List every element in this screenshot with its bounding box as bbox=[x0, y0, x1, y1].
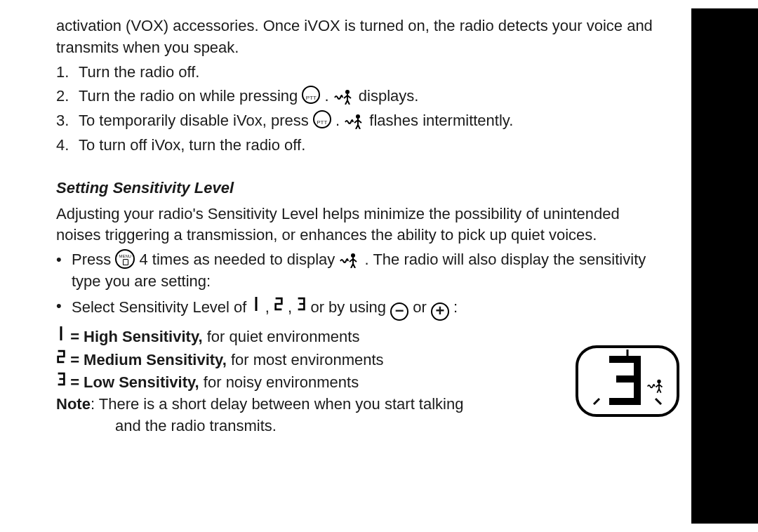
segment-2-icon bbox=[274, 295, 284, 312]
plus-icon: + bbox=[431, 302, 449, 321]
ptt-icon bbox=[302, 86, 320, 104]
step-number: 1. bbox=[56, 62, 74, 84]
text: , bbox=[265, 298, 274, 316]
section-intro: Adjusting your radio's Sensitivity Level… bbox=[56, 204, 667, 247]
minus-icon: − bbox=[390, 302, 408, 321]
step-text: Turn the radio off. bbox=[79, 62, 667, 84]
level-desc: for noisy environments bbox=[204, 373, 359, 391]
step-text: Turn the radio on while pressing . displ… bbox=[79, 86, 667, 107]
svg-point-2 bbox=[351, 253, 355, 258]
bullet-text: Select Sensitivity Level of , , or by us… bbox=[72, 295, 667, 321]
bullet-1: • Press 4 times as needed to display . T… bbox=[56, 249, 667, 293]
level-label: = Medium Sensitivity, bbox=[70, 351, 227, 368]
text: 4 times as needed to display bbox=[140, 251, 335, 268]
text: displays. bbox=[359, 87, 419, 105]
level-desc: for most environments bbox=[231, 351, 384, 368]
svg-point-4 bbox=[657, 380, 660, 383]
text: Turn the radio on while pressing bbox=[79, 87, 302, 105]
segment-1-icon bbox=[251, 295, 261, 312]
bullet-2: • Select Sensitivity Level of , , or by … bbox=[56, 295, 667, 321]
text: Press bbox=[72, 251, 111, 268]
text: , bbox=[288, 298, 296, 316]
note-text: : There is a short delay between when yo… bbox=[91, 395, 464, 413]
segment-3-icon bbox=[296, 295, 306, 312]
text: Select Sensitivity Level of bbox=[72, 298, 251, 316]
step-text: To temporarily disable iVox, press . fla… bbox=[79, 110, 667, 132]
segment-3-icon bbox=[56, 371, 66, 387]
section-heading: Setting Sensitivity Level bbox=[56, 178, 667, 199]
vox-icon bbox=[344, 112, 365, 129]
text: : bbox=[453, 298, 458, 316]
step-1: 1. Turn the radio off. bbox=[56, 62, 667, 84]
step-number: 2. bbox=[56, 86, 74, 107]
segment-1-icon bbox=[56, 325, 66, 342]
bullet-text: Press 4 times as needed to display . The… bbox=[72, 249, 667, 293]
text: or by using bbox=[310, 298, 390, 316]
step-4: 4. To turn off iVox, turn the radio off. bbox=[56, 135, 667, 157]
intro-paragraph: activation (VOX) accessories. Once iVOX … bbox=[56, 15, 667, 59]
step-text: To turn off iVox, turn the radio off. bbox=[79, 135, 667, 157]
text: . bbox=[335, 112, 344, 129]
svg-point-0 bbox=[345, 90, 350, 94]
bullet-mark: • bbox=[56, 249, 67, 293]
level-label: = Low Sensitivity, bbox=[70, 373, 199, 391]
note-label: Note bbox=[56, 395, 91, 413]
ptt-icon bbox=[313, 110, 331, 128]
text: or bbox=[413, 298, 431, 316]
text: . bbox=[324, 87, 333, 105]
step-2: 2. Turn the radio on while pressing . di… bbox=[56, 86, 667, 107]
bullet-mark: • bbox=[56, 295, 67, 321]
step-number: 4. bbox=[56, 135, 74, 157]
segment-2-icon bbox=[56, 348, 66, 365]
svg-point-1 bbox=[356, 114, 360, 119]
chapter-sidebar: 25 Changing your Radios Settings bbox=[691, 8, 758, 524]
menu-icon bbox=[115, 249, 135, 269]
text: flashes intermittently. bbox=[369, 112, 513, 129]
vox-icon bbox=[339, 251, 360, 268]
step-number: 3. bbox=[56, 110, 74, 132]
vox-icon bbox=[333, 88, 354, 105]
text: To temporarily disable iVox, press bbox=[79, 112, 313, 129]
level-label: = High Sensitivity, bbox=[70, 328, 202, 345]
radio-display-illustration bbox=[574, 344, 681, 418]
note-text-line2: and the radio transmits. bbox=[56, 415, 667, 437]
level-desc: for quiet environments bbox=[207, 328, 360, 345]
step-3: 3. To temporarily disable iVox, press . … bbox=[56, 110, 667, 132]
